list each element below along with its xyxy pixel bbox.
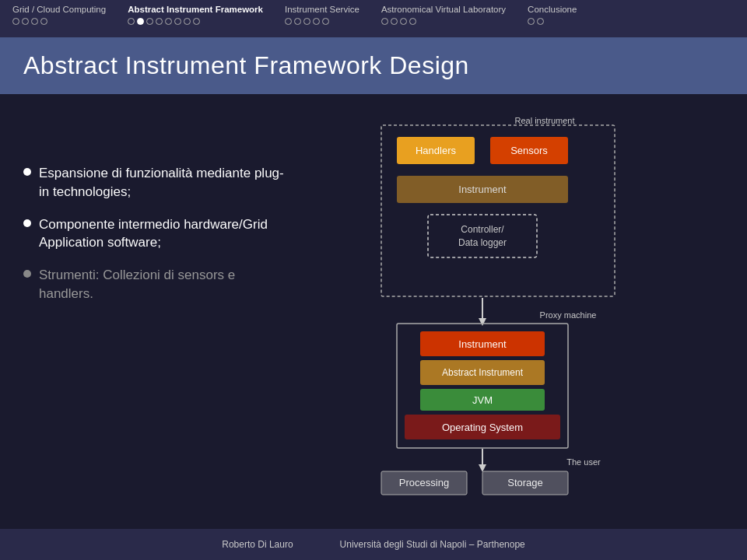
the-user-label: The user <box>566 457 601 467</box>
bullet-text: Strumenti: Collezioni di sensors e handl… <box>39 266 288 303</box>
data-logger-label: Data logger <box>458 237 507 248</box>
footer-left: Roberto Di Lauro <box>222 539 293 550</box>
bullet-dot <box>23 168 31 176</box>
nav-dot <box>184 18 191 25</box>
bullet-item: Componente intermedio hardware/Grid Appl… <box>23 215 288 253</box>
nav-dot <box>313 18 320 25</box>
nav-dots <box>528 18 544 25</box>
nav-dot <box>165 18 172 25</box>
instrument2-label: Instrument <box>458 338 507 350</box>
nav-dot <box>146 18 153 25</box>
handlers-label: Handlers <box>416 145 457 156</box>
sensors-label: Sensors <box>510 145 548 156</box>
bullet-dot <box>23 270 31 278</box>
bullet-text: Espansione di funzionalità mediante plug… <box>39 164 288 201</box>
bullet-dot <box>23 219 31 227</box>
nav-dots <box>128 18 200 25</box>
storage-label: Storage <box>507 477 543 488</box>
nav-dot <box>528 18 535 25</box>
nav-dot <box>303 18 310 25</box>
nav-item[interactable]: Conclusione <box>528 5 577 25</box>
diagram-area: Real instrument Handlers Sensors Instrum… <box>311 117 724 530</box>
nav-dot <box>174 18 181 25</box>
nav-item-label: Grid / Cloud Computing <box>12 5 106 14</box>
nav-dot <box>40 18 47 25</box>
diagram-svg: Real instrument Handlers Sensors Instrum… <box>311 117 638 499</box>
nav-dots <box>12 18 47 25</box>
footer-right: Università degli Studi di Napoli – Parth… <box>340 539 525 550</box>
nav-item-label: Astronomical Virtual Laboratory <box>381 5 506 14</box>
bullet-item: Strumenti: Collezioni di sensors e handl… <box>23 266 288 303</box>
svg-marker-6 <box>479 318 486 326</box>
bullet-item: Espansione di funzionalità mediante plug… <box>23 164 288 201</box>
svg-rect-4 <box>428 215 537 257</box>
nav-dot <box>400 18 407 25</box>
real-instrument-label: Real instrument <box>514 117 574 125</box>
nav-dot <box>537 18 544 25</box>
nav-item[interactable]: Abstract Instrument Framework <box>128 5 263 25</box>
proxy-machine-label: Proxy machine <box>540 310 597 320</box>
top-nav: Grid / Cloud ComputingAbstract Instrumen… <box>0 0 747 37</box>
nav-dot <box>193 18 200 25</box>
nav-item[interactable]: Astronomical Virtual Laboratory <box>381 5 506 25</box>
footer: Roberto Di Lauro Università degli Studi … <box>0 529 747 560</box>
and-more-label: ...and more. <box>455 497 509 499</box>
nav-dot <box>156 18 163 25</box>
nav-dot <box>294 18 301 25</box>
instrument-label: Instrument <box>458 184 507 195</box>
left-column: Espansione di funzionalità mediante plug… <box>23 117 288 530</box>
nav-dot <box>409 18 416 25</box>
jvm-label: JVM <box>472 394 493 406</box>
os-label: Operating System <box>442 422 523 433</box>
abstract-instrument-label: Abstract Instrument <box>442 367 524 378</box>
nav-dot <box>128 18 135 25</box>
nav-item[interactable]: Instrument Service <box>285 5 359 25</box>
title-bar: Abstract Instrument Framework Design <box>0 37 747 94</box>
nav-dot <box>31 18 38 25</box>
nav-dots <box>285 18 329 25</box>
page-title: Abstract Instrument Framework Design <box>23 51 724 80</box>
nav-item-label: Abstract Instrument Framework <box>128 5 263 14</box>
nav-dot <box>12 18 19 25</box>
nav-dot <box>137 18 144 25</box>
nav-dot <box>381 18 388 25</box>
nav-item[interactable]: Grid / Cloud Computing <box>12 5 106 25</box>
bullet-text: Componente intermedio hardware/Grid Appl… <box>39 215 288 253</box>
nav-dots <box>381 18 416 25</box>
main-content: Espansione di funzionalità mediante plug… <box>0 94 747 530</box>
nav-item-label: Conclusione <box>528 5 577 14</box>
nav-dot <box>22 18 29 25</box>
nav-dot <box>322 18 329 25</box>
controller-label: Controller/ <box>461 224 504 235</box>
processing-label: Processing <box>399 477 449 488</box>
nav-dot <box>285 18 292 25</box>
nav-dot <box>391 18 398 25</box>
nav-item-label: Instrument Service <box>285 5 359 14</box>
